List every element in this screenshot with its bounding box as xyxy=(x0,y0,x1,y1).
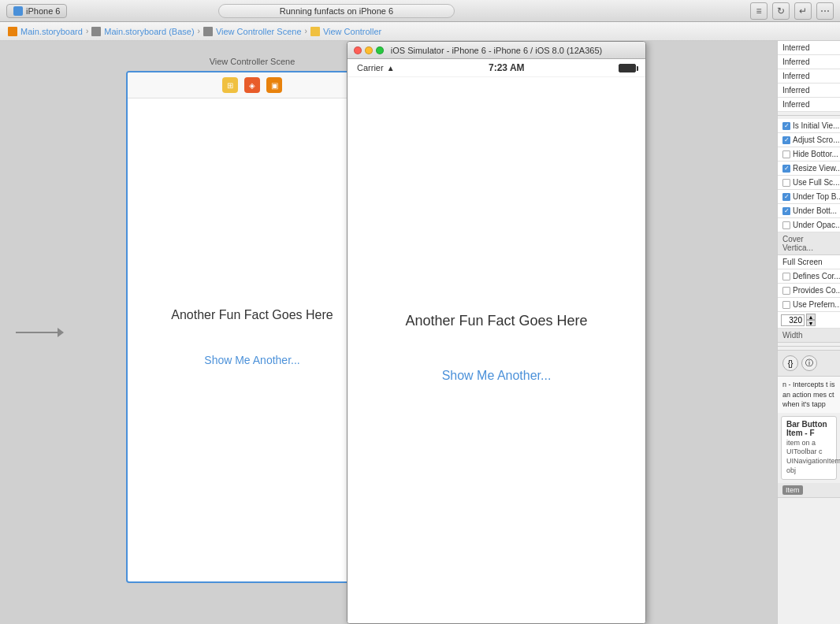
storyboard-show-btn[interactable]: Show Me Another... xyxy=(204,354,299,366)
adjust-scroll-row[interactable]: ✓ Adjust Scro... xyxy=(778,133,840,147)
lines-icon-btn[interactable]: ≡ xyxy=(750,2,768,20)
iphone-tab-label: iPhone 6 xyxy=(26,6,60,16)
use-full-screen-row[interactable]: Use Full Sc... xyxy=(778,176,840,190)
refresh-icon-btn[interactable]: ↻ xyxy=(772,2,790,20)
is-initial-label: Is Initial Vie... xyxy=(793,121,839,130)
breadcrumb-bar: Main.storyboard › Main.storyboard (Base)… xyxy=(0,22,840,41)
under-bottom-row[interactable]: ✓ Under Bott... xyxy=(778,204,840,218)
under-bottom-checkbox[interactable]: ✓ xyxy=(782,207,790,215)
provides-co-row[interactable]: Provides Co... xyxy=(778,284,840,298)
iphone-tab-icon xyxy=(13,6,23,16)
phone-icon-red: ◈ xyxy=(244,77,260,93)
maximize-dot[interactable] xyxy=(376,46,384,54)
minimize-dot[interactable] xyxy=(365,46,373,54)
sim-carrier: Carrier ▲ xyxy=(357,63,395,72)
divider-2 xyxy=(778,346,840,347)
wifi-icon: ▲ xyxy=(387,64,395,72)
sim-show-btn[interactable]: Show Me Another... xyxy=(442,369,552,383)
width-increment[interactable]: ▲ xyxy=(806,314,816,320)
bar-button-desc: item on a UIToolbar c UINavigationItem o… xyxy=(786,439,831,476)
vc-icon xyxy=(310,27,320,36)
phone-icon-yellow: ⊞ xyxy=(222,77,238,93)
under-opaque-label: Under Opac... xyxy=(793,221,840,229)
top-bar: iPhone 6 Running funfacts on iPhone 6 ≡ … xyxy=(0,0,840,22)
storyboard-fact-text: Another Fun Fact Goes Here xyxy=(171,308,333,322)
sim-phone: Carrier ▲ 7:23 AM Another Fun Fact Goes … xyxy=(348,59,645,623)
storyboard-icon xyxy=(8,27,17,36)
under-opaque-row[interactable]: Under Opac... xyxy=(778,218,840,232)
description-content: n - Intercepts t is an action mes ct whe… xyxy=(782,381,835,408)
more-icon-btn[interactable]: ⋯ xyxy=(816,2,834,20)
vc-scene-icon xyxy=(203,27,213,36)
simulator-window: iOS Simulator - iPhone 6 - iPhone 6 / iO… xyxy=(347,41,646,624)
toolbar-icons: ≡ ↻ ↵ ⋯ xyxy=(750,2,834,20)
breadcrumb-vc-scene[interactable]: View Controller Scene xyxy=(216,27,302,36)
width-input[interactable] xyxy=(781,314,805,326)
divider-1 xyxy=(778,115,840,116)
use-prefern-checkbox[interactable] xyxy=(782,301,790,309)
inferred-row-1: Inferred xyxy=(778,55,840,69)
defines-cor-label: Defines Cor... xyxy=(793,272,840,280)
storyboard-base-icon xyxy=(91,27,101,36)
vc-container: View Controller Scene ⊞ ◈ ▣ Another Fun … xyxy=(126,57,378,592)
enter-icon-btn[interactable]: ↵ xyxy=(794,2,812,20)
use-full-screen-checkbox[interactable] xyxy=(782,179,790,187)
resize-view-checkbox[interactable]: ✓ xyxy=(782,165,790,173)
sim-content: Another Fun Fact Goes Here Show Me Anoth… xyxy=(348,77,645,618)
use-prefern-row[interactable]: Use Prefern... xyxy=(778,298,840,312)
is-initial-view-row[interactable]: ✓ Is Initial Vie... xyxy=(778,119,840,133)
item-badge: Item xyxy=(782,485,803,495)
inferred-row-3: Inferred xyxy=(778,84,840,98)
iphone6-tab[interactable]: iPhone 6 xyxy=(6,4,67,18)
breadcrumb-main-storyboard[interactable]: Main.storyboard xyxy=(20,27,83,36)
circle-i-icon[interactable]: ⓘ xyxy=(801,355,817,371)
breadcrumb-base[interactable]: Main.storyboard (Base) xyxy=(104,27,194,36)
bar-button-title: Bar Button Item - F xyxy=(786,420,831,437)
width-decrement[interactable]: ▼ xyxy=(806,320,816,326)
under-opaque-checkbox[interactable] xyxy=(782,221,790,229)
hide-bottom-label: Hide Bottor... xyxy=(793,150,838,158)
canvas-area: View Controller Scene ⊞ ◈ ▣ Another Fun … xyxy=(0,41,777,624)
sim-status-bar: Carrier ▲ 7:23 AM xyxy=(348,59,645,77)
sim-fact-text: Another Fun Fact Goes Here xyxy=(405,313,587,329)
hide-bottom-row[interactable]: Hide Bottor... xyxy=(778,147,840,162)
scene-label: View Controller Scene xyxy=(126,57,378,66)
defines-cor-checkbox[interactable] xyxy=(782,273,790,280)
provides-co-checkbox[interactable] xyxy=(782,287,790,295)
sim-time: 7:23 AM xyxy=(489,62,525,73)
width-label: Width xyxy=(778,329,840,343)
simulator-title: iOS Simulator - iPhone 6 - iPhone 6 / iO… xyxy=(391,46,602,55)
under-top-row[interactable]: ✓ Under Top B... xyxy=(778,190,840,204)
item-label-row: Item xyxy=(778,483,840,498)
interred-row: Interred xyxy=(778,41,840,55)
full-screen-label: Full Screen xyxy=(778,255,840,269)
inferred-row-4: Inferred xyxy=(778,98,840,112)
close-dot[interactable] xyxy=(354,46,362,54)
resize-view-label: Resize View... xyxy=(793,164,840,173)
titlebar-dots xyxy=(354,46,384,54)
carrier-label: Carrier xyxy=(357,63,384,72)
inferred-row-2: Inferred xyxy=(778,69,840,84)
curly-braces-icon[interactable]: {} xyxy=(782,355,798,371)
right-panel: Interred Inferred Inferred Inferred Infe… xyxy=(777,41,840,624)
width-stepper[interactable]: ▲ ▼ xyxy=(806,314,816,326)
under-top-label: Under Top B... xyxy=(793,192,840,201)
breadcrumb-vc[interactable]: View Controller xyxy=(323,27,381,36)
resize-view-row[interactable]: ✓ Resize View... xyxy=(778,162,840,176)
use-full-screen-label: Use Full Sc... xyxy=(793,178,839,187)
defines-cor-row[interactable]: Defines Cor... xyxy=(778,269,840,284)
under-top-checkbox[interactable]: ✓ xyxy=(782,193,790,201)
description-text: n - Intercepts t is an action mes ct whe… xyxy=(778,377,840,413)
bottom-icons-row: {} ⓘ xyxy=(778,350,840,377)
adjust-scroll-checkbox[interactable]: ✓ xyxy=(782,136,790,144)
hide-bottom-checkbox[interactable] xyxy=(782,150,790,158)
phone-top-bar: ⊞ ◈ ▣ xyxy=(128,72,377,98)
phone-content: Another Fun Fact Goes Here Show Me Anoth… xyxy=(128,98,377,576)
phone-icon-orange: ▣ xyxy=(266,77,282,93)
is-initial-checkbox[interactable]: ✓ xyxy=(782,122,790,130)
provides-co-label: Provides Co... xyxy=(793,286,840,295)
main-layout: View Controller Scene ⊞ ◈ ▣ Another Fun … xyxy=(0,41,840,624)
cover-vertical-label: Cover Vertica... xyxy=(778,232,840,255)
use-prefern-label: Use Prefern... xyxy=(793,300,840,309)
running-label: Running funfacts on iPhone 6 xyxy=(218,4,455,18)
